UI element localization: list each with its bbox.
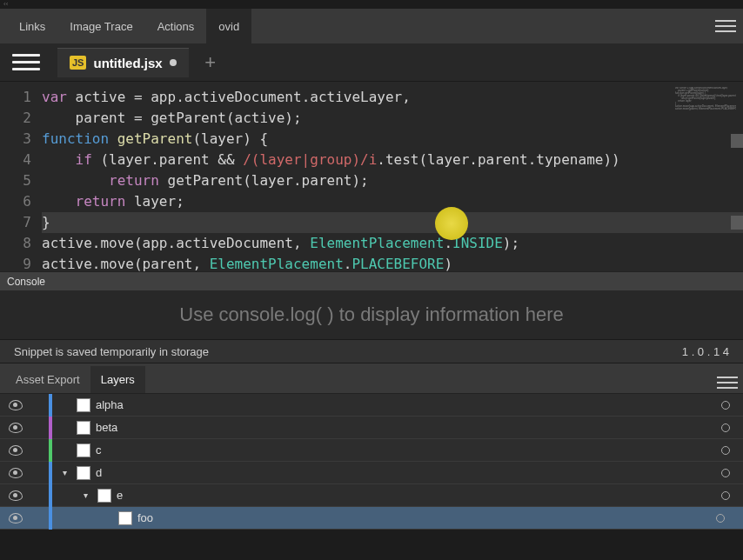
panel-tab-layers[interactable]: Layers — [90, 366, 145, 393]
layer-row[interactable]: ▾e — [0, 484, 743, 507]
layer-name[interactable]: alpha — [96, 398, 124, 411]
status-message: Snippet is saved temporarily in storage — [14, 345, 209, 358]
file-tab-name: untitled.jsx — [93, 56, 162, 70]
status-bar: Snippet is saved temporarily in storage … — [0, 339, 743, 363]
console-body: Use console.log( ) to display informatio… — [0, 290, 743, 339]
layer-color-bar — [49, 507, 52, 530]
code-line[interactable]: return getParent(layer.parent); — [42, 170, 743, 191]
eye-icon — [9, 490, 23, 501]
dirty-indicator-icon — [170, 59, 177, 66]
layer-thumbnail — [97, 489, 111, 503]
version-label: 1 . 0 . 1 4 — [682, 345, 729, 358]
visibility-toggle[interactable] — [0, 513, 31, 523]
chevron-down-icon[interactable]: ▾ — [78, 490, 92, 500]
layer-color-bar — [49, 394, 52, 417]
layer-thumbnail — [77, 443, 90, 457]
console-title: Console — [7, 276, 45, 288]
eye-icon — [9, 400, 23, 410]
target-button[interactable] — [708, 491, 743, 500]
new-tab-button[interactable]: + — [196, 48, 225, 77]
visibility-toggle[interactable] — [0, 468, 31, 478]
editor-scrollbar-thumb[interactable] — [731, 216, 743, 230]
layer-thumbnail — [77, 421, 90, 435]
layer-row[interactable]: beta — [0, 417, 743, 439]
bottom-panel-tabs: Asset ExportLayers — [0, 363, 743, 393]
target-icon — [721, 469, 730, 477]
visibility-toggle[interactable] — [0, 423, 31, 433]
layer-color-bar — [49, 462, 52, 484]
selection-indicator — [728, 515, 735, 522]
target-icon — [721, 423, 730, 432]
code-line[interactable]: parent = getParent(active); — [42, 108, 743, 129]
top-tab-ovid[interactable]: ovid — [206, 9, 251, 43]
target-icon — [721, 446, 730, 455]
code-editor[interactable]: 123456789 var active = app.activeDocumen… — [0, 82, 743, 271]
code-line[interactable]: if (layer.parent && /(layer|group)/i.tes… — [42, 150, 743, 170]
editor-tab-strip: JS untitled.jsx + — [0, 43, 743, 82]
layer-row[interactable]: alpha — [0, 394, 743, 417]
layer-color-bar — [49, 484, 52, 507]
layer-color-bar — [49, 417, 52, 439]
gutter: 123456789 — [0, 82, 42, 271]
eye-icon — [9, 423, 23, 433]
code-line[interactable]: active.move(app.activeDocument, ElementP… — [42, 233, 743, 254]
hamburger-icon[interactable] — [12, 49, 40, 77]
target-icon — [716, 514, 725, 523]
eye-icon — [9, 445, 23, 456]
code-line[interactable]: return layer; — [42, 191, 743, 212]
window-handle: ‹‹ — [0, 0, 743, 9]
console-placeholder: Use console.log( ) to display informatio… — [179, 303, 563, 326]
code-line[interactable]: } — [42, 212, 743, 233]
js-badge-icon: JS — [70, 56, 86, 70]
code-line[interactable]: function getParent(layer) { — [42, 129, 743, 150]
target-icon — [721, 401, 730, 410]
target-button[interactable] — [708, 401, 743, 410]
panel-tab-asset-export[interactable]: Asset Export — [5, 366, 90, 393]
layer-name[interactable]: c — [96, 443, 102, 457]
layer-color-bar — [49, 439, 52, 462]
chevron-down-icon[interactable]: ▾ — [57, 468, 71, 477]
target-button[interactable] — [708, 423, 743, 432]
layer-row[interactable]: ▾d — [0, 462, 743, 484]
target-button[interactable] — [708, 446, 743, 455]
layer-row[interactable]: c — [0, 439, 743, 462]
code-line[interactable]: active.move(parent, ElementPlacement.PLA… — [42, 254, 743, 275]
panel-menu-icon[interactable] — [715, 16, 736, 37]
visibility-toggle[interactable] — [0, 445, 31, 456]
layers-panel: alphabetac▾d▾efoo — [0, 393, 743, 530]
minimap[interactable]: var active = app.activeDocument.activeLa… — [675, 87, 736, 113]
target-button[interactable] — [708, 514, 743, 523]
layer-thumbnail — [118, 511, 132, 525]
panel-menu-icon[interactable] — [717, 372, 738, 393]
layer-row[interactable]: foo — [0, 507, 743, 530]
top-tab-actions[interactable]: Actions — [145, 9, 207, 43]
top-tab-links[interactable]: Links — [7, 9, 57, 43]
layer-name[interactable]: d — [96, 466, 102, 479]
eye-icon — [9, 468, 23, 478]
eye-icon — [9, 513, 23, 523]
top-tab-bar: LinksImage TraceActionsovid — [0, 9, 743, 43]
layer-name[interactable]: e — [117, 489, 123, 502]
top-tab-image-trace[interactable]: Image Trace — [57, 9, 144, 43]
target-icon — [721, 491, 730, 500]
layer-thumbnail — [77, 466, 90, 480]
layer-name[interactable]: foo — [137, 511, 153, 524]
visibility-toggle[interactable] — [0, 400, 31, 410]
file-tab[interactable]: JS untitled.jsx — [57, 48, 189, 77]
visibility-toggle[interactable] — [0, 490, 31, 501]
layer-name[interactable]: beta — [96, 421, 117, 434]
layer-thumbnail — [77, 398, 90, 412]
code-area[interactable]: var active = app.activeDocument.activeLa… — [42, 82, 743, 271]
editor-scrollbar-thumb[interactable] — [731, 134, 743, 148]
target-button[interactable] — [708, 469, 743, 477]
code-line[interactable]: var active = app.activeDocument.activeLa… — [42, 87, 743, 108]
